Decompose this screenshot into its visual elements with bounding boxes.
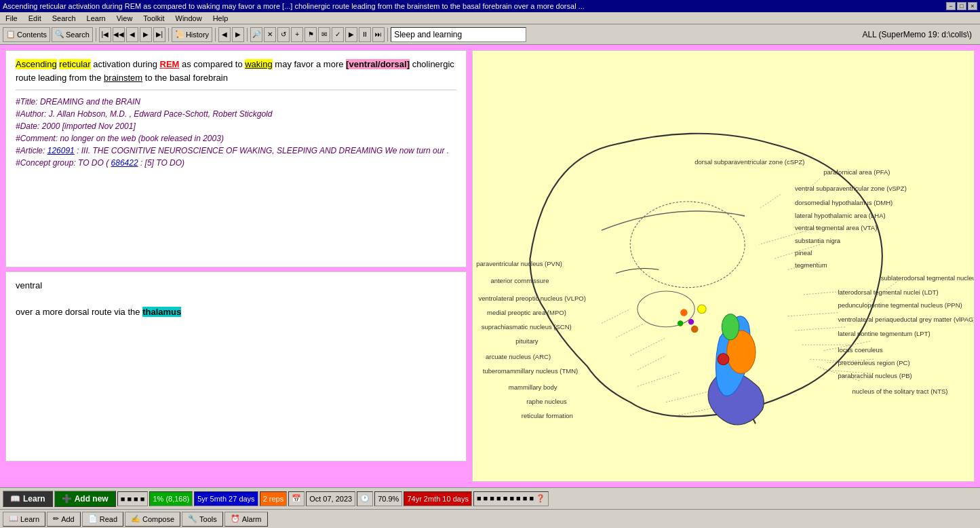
- label-raphe: raphe nucleus: [526, 398, 567, 405]
- answer-line1: ventral: [16, 279, 456, 293]
- zoom-btn[interactable]: 🔎: [250, 27, 262, 42]
- history-button[interactable]: 📜 History: [172, 27, 212, 42]
- bottom-toolbar: 📖 Learn ✏ Add 📄 Read ✍ Compose 🔧 Tools ⏰…: [0, 509, 980, 528]
- collection-label: ALL (SuperMemo 19: d:\colls\): [862, 30, 977, 39]
- thalamus-region: [630, 202, 745, 288]
- play-btn[interactable]: ▶: [345, 27, 357, 42]
- menu-window[interactable]: Window: [173, 14, 205, 23]
- addnew-label: Add new: [75, 494, 109, 504]
- label-vlpo: ventrolateral preoptic nucleus (VLPO): [478, 295, 585, 302]
- nav-first[interactable]: |◀: [99, 27, 111, 42]
- brainstem-text: brainstem: [104, 73, 142, 83]
- tools-bottom-label: Tools: [199, 515, 217, 523]
- label-vspz: ventral subparaventricular zone (vSPZ): [795, 185, 907, 192]
- label-line-ldt: [788, 313, 838, 316]
- maximize-button[interactable]: □: [957, 2, 966, 10]
- answer-line2: over a more dorsal route via the thalamu…: [16, 305, 456, 319]
- metadata-section: #Title: DREAMING and the BRAIN #Author: …: [16, 96, 456, 169]
- toolbar-separator-2: [168, 28, 169, 41]
- metadata-concept: #Concept group: TO DO ( 686422 : [5] TO …: [16, 157, 456, 169]
- answer-box: ventral over a more dorsal route via the…: [5, 271, 467, 461]
- red-dot: [718, 354, 729, 365]
- label-lpt: lateral pontine tegmentum (LPT): [838, 330, 930, 337]
- pause-btn[interactable]: ⏸: [359, 27, 371, 42]
- article-link[interactable]: 126091: [47, 146, 75, 155]
- label-ppn: pedunculopontine tegmental nucleus (PPN): [838, 301, 962, 309]
- learn-label: Learn: [23, 494, 45, 504]
- nav-prev2[interactable]: ◀◀: [113, 27, 125, 42]
- toolbar: 📋 Contents 🔍 Search |◀ ◀◀ ◀ ▶ ▶| 📜 Histo…: [0, 24, 980, 45]
- search-button[interactable]: 🔍 Search: [52, 27, 93, 42]
- text2: as compared to: [182, 59, 245, 69]
- toolbar-separator-4: [247, 28, 248, 41]
- title-bar: Ascending reticular activation during RE…: [0, 0, 980, 12]
- read-bottom-icon: 📄: [88, 514, 98, 523]
- close-button[interactable]: ×: [968, 2, 977, 10]
- add-btn[interactable]: +: [291, 27, 303, 42]
- metadata-author: #Author: J. Allan Hobson, M.D. , Edward …: [16, 108, 456, 120]
- menu-edit[interactable]: Edit: [26, 14, 44, 23]
- minimize-button[interactable]: −: [946, 2, 956, 10]
- status-icons: ■ ■ ■ ■: [117, 491, 149, 506]
- label-line-vlpo: [602, 309, 630, 323]
- label-sn: substantia nigra: [795, 237, 841, 244]
- alarm-bottom-button[interactable]: ⏰ Alarm: [224, 512, 268, 527]
- addnew-status-button[interactable]: ➕ Add new: [54, 491, 116, 507]
- text1: activation during: [93, 59, 159, 69]
- menu-toolkit[interactable]: Toolkit: [140, 14, 167, 23]
- stop-btn[interactable]: ✕: [264, 27, 276, 42]
- refresh-btn[interactable]: ↺: [277, 27, 290, 42]
- status-date: Oct 07, 2023: [306, 491, 355, 506]
- title-input[interactable]: [391, 27, 526, 42]
- add-bottom-icon: ✏: [53, 514, 59, 523]
- tools-bottom-button[interactable]: 🔧 Tools: [182, 512, 223, 527]
- label-line-tmn: [638, 372, 680, 386]
- concept-link[interactable]: 686422: [111, 158, 138, 168]
- menu-learn[interactable]: Learn: [84, 14, 109, 23]
- flag-btn[interactable]: ⚑: [305, 27, 317, 42]
- menu-help[interactable]: Help: [210, 14, 231, 23]
- label-vta: ventral tegmental area (VTA): [795, 224, 877, 231]
- nav-forward[interactable]: ▶: [232, 27, 244, 42]
- contents-label: Contents: [17, 31, 47, 39]
- label-cspz: dorsal subparaventricular zone (cSPZ): [694, 158, 804, 166]
- learn-status-button[interactable]: 📖 Learn: [3, 491, 53, 507]
- menu-file[interactable]: File: [3, 14, 20, 23]
- menu-bar: File Edit Search Learn View Toolkit Wind…: [0, 12, 980, 24]
- label-mpo: medial preoptic area (MPO): [487, 309, 566, 316]
- label-line-arc: [638, 356, 666, 370]
- history-icon: 📜: [175, 30, 184, 39]
- brain-diagram-panel: parafornical area (PFA) dorsal subparave…: [472, 50, 975, 482]
- label-line-scn: [630, 338, 666, 356]
- toolbar-separator-1: [96, 28, 96, 41]
- compose-bottom-button[interactable]: ✍ Compose: [125, 512, 180, 527]
- label-vlpag: ventrolateral periaqueductal grey matter…: [838, 316, 974, 323]
- status-zoom: 70.9%: [374, 491, 402, 506]
- menu-view[interactable]: View: [114, 14, 136, 23]
- addnew-icon: ➕: [62, 494, 72, 504]
- menu-search[interactable]: Search: [50, 14, 79, 23]
- status-duration: 5yr 5mth 27 days: [194, 491, 258, 506]
- title-bar-controls: − □ ×: [946, 2, 977, 10]
- nav-last[interactable]: ▶|: [153, 27, 165, 42]
- skip-btn[interactable]: ⏭: [372, 27, 385, 42]
- history-label: History: [186, 31, 209, 39]
- hypothalamus-region: [638, 291, 694, 327]
- label-tegmentum: tegmentum: [795, 261, 827, 269]
- nav-back[interactable]: ◀: [218, 27, 231, 42]
- label-pb: parabrachial nucleus (PB): [838, 372, 912, 379]
- toolbar-separator-5: [387, 28, 388, 41]
- mail-btn[interactable]: ✉: [318, 27, 330, 42]
- green-dot-sm: [678, 320, 683, 326]
- waking-text: waking: [245, 59, 272, 69]
- text5: to the basal forebrain: [145, 73, 228, 83]
- brain-svg: parafornical area (PFA) dorsal subparave…: [473, 51, 974, 481]
- nav-next[interactable]: ▶: [140, 27, 152, 42]
- label-line-2: [759, 194, 781, 208]
- check-btn[interactable]: ✓: [332, 27, 344, 42]
- nav-prev[interactable]: ◀: [126, 27, 138, 42]
- read-bottom-button[interactable]: 📄 Read: [82, 512, 123, 527]
- add-bottom-button[interactable]: ✏ Add: [47, 512, 81, 527]
- learn-bottom-button[interactable]: 📖 Learn: [3, 512, 45, 527]
- contents-button[interactable]: 📋 Contents: [3, 27, 50, 42]
